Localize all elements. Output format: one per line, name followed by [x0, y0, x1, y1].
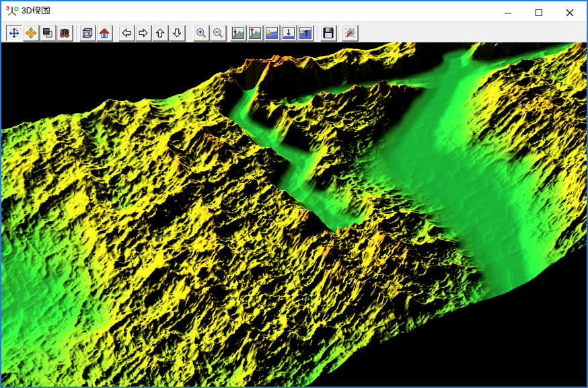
svg-text:3: 3 [6, 5, 9, 11]
svg-text:D: D [14, 5, 19, 12]
